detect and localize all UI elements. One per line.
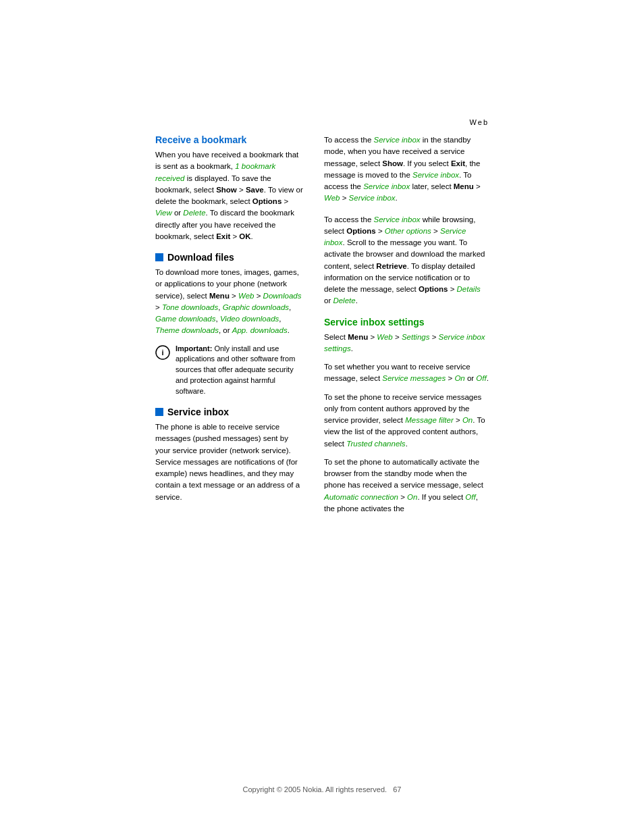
chapter-header: Web (0, 0, 644, 126)
download-files-body: To download more tones, images, games, o… (155, 267, 304, 337)
off-link2: Off (465, 493, 475, 501)
exit-bold2: Exit (451, 159, 465, 167)
delete-link: Delete (333, 296, 355, 305)
on-link3: On (407, 493, 417, 501)
view-italic: View (155, 209, 172, 217)
tone-downloads-italic: Tone downloads (162, 303, 218, 311)
settings-body1: Select Menu > Web > Settings > Service i… (324, 332, 489, 355)
web-link2: Web (324, 194, 340, 202)
options-bold: Options (252, 197, 281, 205)
right-body1: To access the Service inbox in the stand… (324, 134, 489, 205)
important-icon: i (155, 345, 170, 360)
left-column: Receive a bookmark When you have receive… (155, 134, 304, 524)
game-downloads-italic: Game downloads (155, 315, 216, 323)
menu-bold3: Menu (348, 333, 368, 341)
show-bold: Show (216, 186, 237, 194)
note-box: i Important: Only install and use applic… (155, 344, 304, 398)
settings-body2: To set whether you want to receive servi… (324, 361, 489, 385)
service-messages-link: Service messages (382, 374, 446, 382)
video-downloads-italic: Video downloads (220, 315, 279, 323)
menu-bold2: Menu (454, 182, 474, 190)
message-filter-link: Message filter (405, 416, 454, 424)
settings-link: Settings (402, 333, 430, 341)
settings-body4: To set the phone to automatically activa… (324, 457, 489, 515)
page-number: 67 (393, 785, 401, 793)
delete-italic: Delete (183, 209, 205, 217)
service-inbox-section: Service inbox The phone is able to recei… (155, 407, 304, 503)
service-inbox-link1: Service inbox (374, 136, 421, 144)
svg-text:i: i (161, 348, 163, 357)
automatic-connection-link: Automatic connection (324, 493, 398, 501)
download-files-heading: Download files (155, 252, 304, 263)
note-text: Important: Only install and use applicat… (176, 344, 304, 398)
options-bold2: Options (346, 227, 375, 235)
retrieve-bold: Retrieve (376, 262, 406, 270)
page: Web Receive a bookmark When you have rec… (0, 0, 644, 834)
right-section2: To access the Service inbox while browsi… (324, 214, 489, 307)
on-link1: On (454, 374, 464, 382)
downloads-italic: Downloads (263, 292, 302, 300)
chapter-title: Web (470, 118, 489, 126)
right-body2: To access the Service inbox while browsi… (324, 214, 489, 307)
service-inbox-link5: Service inbox (374, 215, 421, 224)
save-bold: Save (246, 186, 264, 194)
blue-square-icon-2 (155, 408, 163, 416)
content-area: Receive a bookmark When you have receive… (0, 126, 644, 524)
service-inbox-settings-heading: Service inbox settings (324, 317, 489, 328)
web-italic: Web (238, 292, 254, 300)
receive-bookmark-heading: Receive a bookmark (155, 134, 304, 145)
options-bold3: Options (419, 285, 448, 293)
bookmark-received-italic: 1 bookmark received (155, 162, 275, 182)
theme-downloads-italic: Theme downloads (155, 326, 219, 334)
web-link3: Web (377, 333, 392, 341)
details-link: Details (457, 285, 481, 293)
settings-body3: To set the phone to receive service mess… (324, 392, 489, 450)
page-footer: Copyright © 2005 Nokia. All rights reser… (0, 785, 644, 793)
right-section1: To access the Service inbox in the stand… (324, 134, 489, 205)
service-inbox-heading: Service inbox (155, 407, 304, 417)
receive-bookmark-section: Receive a bookmark When you have receive… (155, 134, 304, 242)
service-inbox-body: The phone is able to receive service mes… (155, 421, 304, 503)
exit-bold: Exit (216, 232, 230, 240)
receive-bookmark-body: When you have received a bookmark that i… (155, 149, 304, 242)
ok-bold: OK (239, 232, 250, 240)
trusted-channels-link: Trusted channels (346, 440, 405, 448)
service-inbox-link4: Service inbox (349, 194, 396, 202)
app-downloads-italic: App. downloads (232, 326, 288, 334)
service-inbox-link3: Service inbox (363, 182, 410, 190)
copyright-text: Copyright © 2005 Nokia. All rights reser… (243, 785, 387, 793)
right-column: To access the Service inbox in the stand… (324, 134, 489, 524)
download-files-section: Download files To download more tones, i… (155, 252, 304, 397)
graphic-downloads-italic: Graphic downloads (223, 303, 289, 311)
show-bold2: Show (382, 159, 403, 167)
blue-square-icon (155, 253, 163, 261)
other-options-link: Other options (385, 227, 431, 235)
off-link1: Off (476, 374, 486, 382)
service-inbox-link2: Service inbox (412, 171, 459, 179)
download-files-label: Download files (167, 252, 234, 263)
service-inbox-label: Service inbox (167, 407, 229, 417)
on-link2: On (462, 416, 473, 424)
service-inbox-settings-section: Service inbox settings Select Menu > Web… (324, 317, 489, 515)
menu-bold: Menu (209, 292, 230, 300)
